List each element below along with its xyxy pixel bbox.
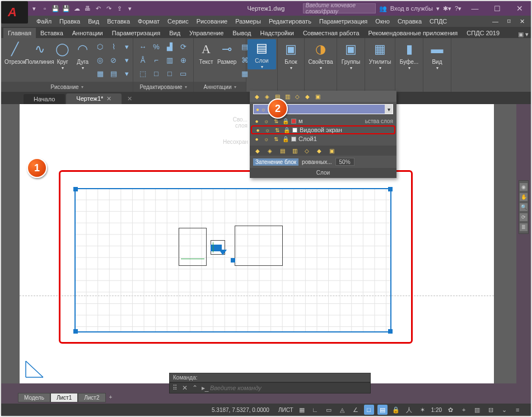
layer-row-1[interactable]: ●☼⇅🔒 Видовой экран <box>251 125 395 134</box>
sb-sync-icon[interactable]: ▥ <box>472 405 482 415</box>
draw-polyline-button[interactable]: ∿Полилиния <box>28 40 52 65</box>
sheet-model[interactable]: Модель <box>18 393 50 402</box>
draw-line-button[interactable]: ╱Отрезок <box>4 40 26 65</box>
ribtab-home[interactable]: Главная <box>3 28 36 38</box>
cmd-recent-icon[interactable]: ⌃ <box>190 384 200 392</box>
mod-1[interactable]: ↔ <box>137 40 149 53</box>
sheet-layout1[interactable]: Лист1 <box>50 393 78 402</box>
combo-arrow-icon[interactable]: ▾ <box>385 105 393 114</box>
qat-share-icon[interactable]: ⇪ <box>115 4 124 13</box>
lmb-3[interactable]: ▤ <box>278 146 287 155</box>
sb-custom-icon[interactable]: ⊟ <box>486 405 496 415</box>
draw-sm-9[interactable]: ▾ <box>121 67 133 79</box>
ribtab-spds[interactable]: СПДС 2019 <box>462 28 504 38</box>
ribtab-insert[interactable]: Вставка <box>36 28 68 38</box>
cmd-handle-icon[interactable]: ⠿ <box>170 384 180 392</box>
draw-circle-button[interactable]: ◯Круг▾ <box>54 40 72 71</box>
qat-save-icon[interactable]: 💾 <box>51 4 60 13</box>
sb-snap-icon[interactable]: ∟ <box>310 405 320 415</box>
lmb-1[interactable]: ◆ <box>253 146 262 155</box>
cmd-close-icon[interactable]: ✕ <box>180 384 190 392</box>
menu-file[interactable]: Файл <box>32 16 55 27</box>
lmb-2[interactable]: ◈ <box>265 146 274 155</box>
panel-annot-label[interactable]: Аннотации <box>194 82 246 92</box>
annot-text-button[interactable]: AТекст <box>197 40 215 65</box>
doctab-start[interactable]: Начало <box>24 94 65 104</box>
draw-sm-5[interactable]: ⊘ <box>108 54 120 66</box>
buffer-button[interactable]: ▮Буфе...▾ <box>399 40 419 71</box>
menu-view[interactable]: Вид <box>84 16 103 27</box>
mod-2[interactable]: % <box>150 40 162 53</box>
lmb-5[interactable]: ◇ <box>302 146 311 155</box>
qat-print-icon[interactable]: 🖶 <box>83 4 92 13</box>
sb-menu-icon[interactable]: ≡ <box>512 405 522 415</box>
sb-polar-icon[interactable]: ◬ <box>337 405 347 415</box>
menu-insert[interactable]: Вставка <box>103 16 134 27</box>
ribtab-addins[interactable]: Надстройки <box>256 28 298 38</box>
sb-plus-icon[interactable]: + <box>459 405 469 415</box>
mod-3[interactable]: ▟ <box>164 40 176 53</box>
panel-draw-label[interactable]: Рисование <box>1 82 133 92</box>
qat-saveas-icon[interactable]: 💾 <box>62 4 71 13</box>
sb-anno-icon[interactable]: 人 <box>404 405 414 415</box>
sb-papermodel-icon[interactable]: ▤ <box>377 405 388 415</box>
ribtab-view[interactable]: Вид <box>165 28 185 38</box>
doctab-active[interactable]: Чертеж1* ✕ <box>66 93 122 104</box>
navbar-orbit-icon[interactable]: ⟳ <box>520 213 528 221</box>
sb-ortho-icon[interactable]: ▭ <box>324 405 334 415</box>
navbar-pan-icon[interactable]: ✋ <box>520 193 528 201</box>
minimize-button[interactable]: — <box>464 1 486 16</box>
draw-sm-3[interactable]: ▾ <box>121 40 133 53</box>
sb-osnap-icon[interactable]: □ <box>364 405 374 415</box>
layers-button[interactable]: ▤Слои▾ <box>248 39 276 69</box>
doc-restore-icon[interactable]: ⌑ <box>503 16 515 27</box>
ld-tb-4[interactable]: ▥ <box>283 92 291 100</box>
utils-button[interactable]: ▦Утилиты▾ <box>368 40 391 71</box>
mod-12[interactable]: ▭ <box>177 67 189 79</box>
ld-tb-1[interactable]: ◆ <box>253 92 261 100</box>
mod-5[interactable]: Å <box>137 54 149 66</box>
ribtab-param[interactable]: Параметризация <box>108 28 165 38</box>
menu-help[interactable]: Справка <box>394 16 426 27</box>
doctab-close-icon[interactable]: ✕ <box>106 95 111 102</box>
mod-8[interactable]: ⊕ <box>177 54 189 66</box>
layer-row-2[interactable]: ●☼⇅🔒 Слой1 <box>250 134 396 143</box>
qat-open-icon[interactable]: ▫ <box>40 4 49 13</box>
menu-edit[interactable]: Правка <box>55 16 84 27</box>
view-button[interactable]: ▬Вид▾ <box>427 40 447 71</box>
sb-grid-icon[interactable]: ▦ <box>297 405 307 415</box>
navbar-zoom-icon[interactable]: 🔍 <box>520 203 528 211</box>
ld-tb-6[interactable]: ◆ <box>304 92 311 100</box>
draw-sm-2[interactable]: ⌇ <box>108 40 120 53</box>
groups-button[interactable]: ▣Группы▾ <box>340 40 361 71</box>
sheet-add-button[interactable]: + <box>106 393 116 402</box>
ribbon-tools-icon[interactable]: ▣ ▾ <box>518 31 531 38</box>
menu-spds[interactable]: СПДС <box>426 16 451 27</box>
mod-7[interactable]: ▥ <box>164 54 176 66</box>
signin-button[interactable]: Вход в службы <box>390 5 433 12</box>
doc-minimize-icon[interactable]: — <box>488 16 502 27</box>
sheet-layout2[interactable]: Лист2 <box>78 393 105 402</box>
search-input[interactable]: Введите ключевое слово/фразу <box>303 3 376 13</box>
doc-close-icon[interactable]: ✕ <box>516 16 529 27</box>
mod-11[interactable]: □ <box>164 67 176 79</box>
menu-tools[interactable]: Сервис <box>164 16 193 27</box>
sb-wsswitch-icon[interactable]: ⌄ <box>499 405 509 415</box>
mod-9[interactable]: ⬚ <box>137 67 149 79</box>
lmb-4[interactable]: ▥ <box>290 146 299 155</box>
status-mode[interactable]: ЛИСТ <box>278 407 293 413</box>
app-logo[interactable]: A <box>1 1 28 24</box>
ld-tb-2[interactable]: ◈ <box>263 92 271 100</box>
ld-tb-5[interactable]: ◇ <box>293 92 301 100</box>
menu-draw[interactable]: Рисование <box>193 16 231 27</box>
maximize-button[interactable]: ☐ <box>486 1 508 16</box>
lmb-7[interactable]: ▣ <box>327 146 336 155</box>
ld-tb-7[interactable]: ▣ <box>314 92 321 100</box>
draw-sm-6[interactable]: ▾ <box>121 54 133 66</box>
navbar-fullnav-icon[interactable]: ◉ <box>520 183 528 191</box>
ribtab-featured[interactable]: Рекомендованные приложения <box>364 28 463 38</box>
block-button[interactable]: ▣Блок▾ <box>281 40 301 71</box>
menu-dim[interactable]: Размеры <box>231 16 265 27</box>
ribtab-annot[interactable]: Аннотации <box>68 28 108 38</box>
menu-modify[interactable]: Редактировать <box>265 16 315 27</box>
